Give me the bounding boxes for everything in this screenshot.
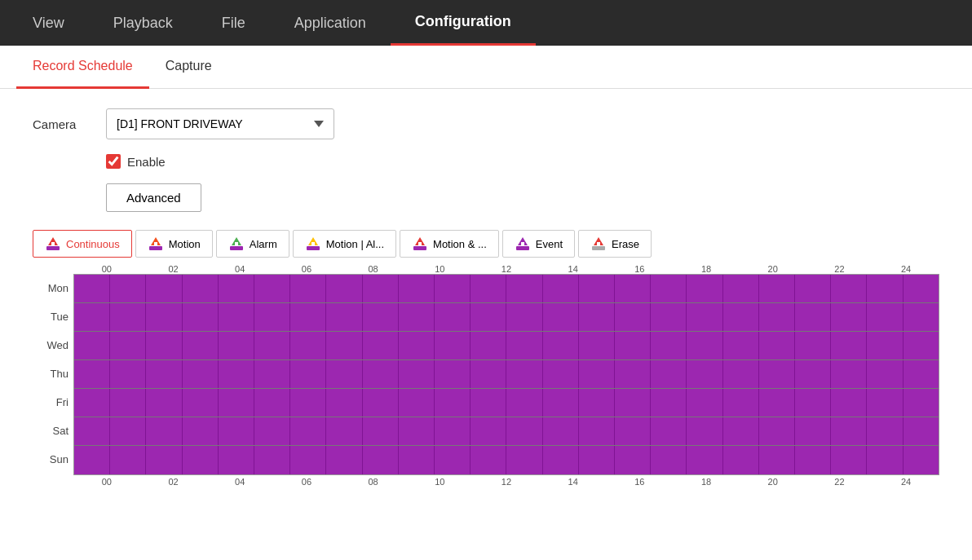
grid-cell[interactable] bbox=[543, 303, 579, 331]
grid-cell[interactable] bbox=[183, 303, 219, 331]
grid-cell[interactable] bbox=[363, 303, 399, 331]
grid-row[interactable] bbox=[74, 303, 939, 332]
grid-cell[interactable] bbox=[904, 389, 939, 417]
grid-cell[interactable] bbox=[867, 446, 903, 474]
grid-cell[interactable] bbox=[759, 417, 795, 445]
grid-cell[interactable] bbox=[183, 332, 219, 359]
grid-cell[interactable] bbox=[254, 275, 290, 302]
sched-btn-event[interactable]: Event bbox=[502, 230, 575, 258]
grid-cell[interactable] bbox=[435, 389, 471, 417]
grid-cell[interactable] bbox=[615, 275, 651, 302]
grid-cell[interactable] bbox=[867, 360, 903, 388]
grid-cell[interactable] bbox=[74, 332, 110, 359]
grid-cell[interactable] bbox=[506, 332, 542, 359]
grid-cell[interactable] bbox=[759, 275, 795, 302]
grid-cell[interactable] bbox=[543, 332, 579, 359]
grid-cell[interactable] bbox=[146, 275, 182, 302]
grid-cell[interactable] bbox=[506, 417, 542, 445]
grid-cell[interactable] bbox=[579, 446, 615, 474]
grid-cell[interactable] bbox=[867, 389, 903, 417]
grid-cell[interactable] bbox=[687, 360, 722, 388]
grid-cell[interactable] bbox=[326, 389, 362, 417]
grid-cell[interactable] bbox=[795, 360, 831, 388]
grid-row[interactable] bbox=[74, 360, 939, 389]
grid-cell[interactable] bbox=[219, 275, 254, 302]
grid-cell[interactable] bbox=[183, 446, 219, 474]
grid-cell[interactable] bbox=[183, 417, 219, 445]
grid-cell[interactable] bbox=[471, 303, 506, 331]
grid-cell[interactable] bbox=[651, 275, 687, 302]
tab-capture[interactable]: Capture bbox=[149, 46, 228, 89]
grid-cell[interactable] bbox=[506, 303, 542, 331]
grid-cell[interactable] bbox=[399, 275, 435, 302]
grid-cell[interactable] bbox=[867, 332, 903, 359]
grid-cell[interactable] bbox=[326, 417, 362, 445]
grid-cell[interactable] bbox=[831, 446, 867, 474]
grid-cell[interactable] bbox=[219, 303, 254, 331]
grid-cell[interactable] bbox=[110, 332, 146, 359]
grid-cell[interactable] bbox=[687, 446, 722, 474]
grid-cell[interactable] bbox=[399, 360, 435, 388]
grid-cell[interactable] bbox=[651, 332, 687, 359]
grid-cell[interactable] bbox=[219, 417, 254, 445]
grid-row[interactable] bbox=[74, 389, 939, 417]
grid-cell[interactable] bbox=[110, 446, 146, 474]
grid-cell[interactable] bbox=[723, 360, 759, 388]
grid-cell[interactable] bbox=[471, 446, 506, 474]
grid-cell[interactable] bbox=[759, 389, 795, 417]
grid-cell[interactable] bbox=[326, 275, 362, 302]
grid-cell[interactable] bbox=[146, 360, 182, 388]
grid-cell[interactable] bbox=[435, 275, 471, 302]
grid-cell[interactable] bbox=[831, 275, 867, 302]
nav-configuration[interactable]: Configuration bbox=[391, 0, 536, 46]
grid-cell[interactable] bbox=[74, 360, 110, 388]
grid-cell[interactable] bbox=[904, 275, 939, 302]
grid-cell[interactable] bbox=[651, 303, 687, 331]
grid-cell[interactable] bbox=[651, 446, 687, 474]
grid-cell[interactable] bbox=[687, 303, 722, 331]
grid-cell[interactable] bbox=[867, 275, 903, 302]
grid-cell[interactable] bbox=[795, 332, 831, 359]
grid-cell[interactable] bbox=[290, 275, 326, 302]
nav-view[interactable]: View bbox=[8, 0, 89, 46]
grid-cell[interactable] bbox=[687, 332, 722, 359]
grid-cell[interactable] bbox=[651, 389, 687, 417]
grid-cell[interactable] bbox=[723, 446, 759, 474]
grid-cell[interactable] bbox=[759, 332, 795, 359]
grid-cell[interactable] bbox=[290, 332, 326, 359]
grid-cell[interactable] bbox=[399, 417, 435, 445]
grid-cell[interactable] bbox=[543, 389, 579, 417]
grid-row[interactable] bbox=[74, 275, 939, 303]
grid-cell[interactable] bbox=[615, 417, 651, 445]
grid-cell[interactable] bbox=[254, 303, 290, 331]
grid-cell[interactable] bbox=[183, 360, 219, 388]
grid-cell[interactable] bbox=[471, 332, 506, 359]
grid-cell[interactable] bbox=[831, 360, 867, 388]
grid-cell[interactable] bbox=[471, 417, 506, 445]
grid-cell[interactable] bbox=[363, 332, 399, 359]
grid-cell[interactable] bbox=[651, 417, 687, 445]
grid-cell[interactable] bbox=[651, 360, 687, 388]
grid-cell[interactable] bbox=[579, 389, 615, 417]
grid-cell[interactable] bbox=[471, 360, 506, 388]
grid-cell[interactable] bbox=[74, 417, 110, 445]
grid-cell[interactable] bbox=[435, 332, 471, 359]
grid-cell[interactable] bbox=[506, 389, 542, 417]
grid-cell[interactable] bbox=[146, 303, 182, 331]
grid-cell[interactable] bbox=[506, 360, 542, 388]
grid-cell[interactable] bbox=[543, 446, 579, 474]
grid-cell[interactable] bbox=[904, 360, 939, 388]
grid-cell[interactable] bbox=[831, 303, 867, 331]
grid-cell[interactable] bbox=[615, 389, 651, 417]
grid-cell[interactable] bbox=[363, 360, 399, 388]
grid-cell[interactable] bbox=[795, 389, 831, 417]
grid-cell[interactable] bbox=[687, 275, 722, 302]
grid-cell[interactable] bbox=[904, 332, 939, 359]
sched-btn-alarm[interactable]: Alarm bbox=[216, 230, 289, 258]
grid-cell[interactable] bbox=[723, 303, 759, 331]
grid-cell[interactable] bbox=[687, 389, 722, 417]
grid-cell[interactable] bbox=[219, 332, 254, 359]
grid-cell[interactable] bbox=[759, 303, 795, 331]
grid-cell[interactable] bbox=[290, 389, 326, 417]
grid-cell[interactable] bbox=[543, 275, 579, 302]
